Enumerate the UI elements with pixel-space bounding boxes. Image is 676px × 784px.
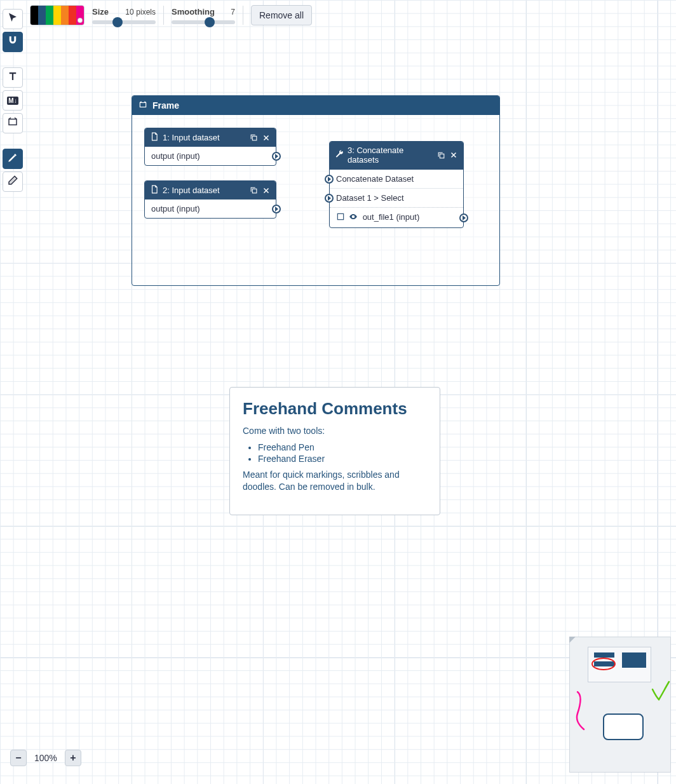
magnet-icon bbox=[7, 35, 18, 49]
node-1-output-label: output (input) bbox=[151, 151, 200, 161]
svg-rect-2 bbox=[252, 136, 257, 140]
swatch-orange[interactable] bbox=[61, 6, 69, 25]
input-port[interactable] bbox=[325, 175, 334, 184]
frame-icon bbox=[139, 100, 147, 111]
divider bbox=[163, 6, 164, 25]
duplicate-icon[interactable] bbox=[249, 186, 258, 195]
checkbox-icon[interactable] bbox=[336, 212, 345, 223]
swatch-red[interactable] bbox=[69, 6, 76, 25]
close-icon[interactable] bbox=[262, 186, 271, 195]
comment-list: Freehand Pen Freehand Eraser bbox=[258, 442, 427, 464]
node-1-title: 1: Input dataset bbox=[163, 133, 245, 142]
output-port[interactable] bbox=[459, 213, 468, 222]
minimap-strokes bbox=[570, 637, 676, 733]
comment-p1: Come with two tools: bbox=[243, 425, 427, 437]
comment-li1: Freehand Pen bbox=[258, 442, 427, 452]
node-3-row-3-label: out_file1 (input) bbox=[363, 212, 420, 222]
swatch-black[interactable] bbox=[30, 6, 38, 25]
swatch-blue[interactable] bbox=[38, 6, 46, 25]
pen-tool[interactable] bbox=[3, 149, 23, 169]
size-slider-thumb[interactable] bbox=[112, 17, 123, 27]
node-3-row-1-label: Concatenate Dataset bbox=[336, 174, 414, 184]
remove-all-button[interactable]: Remove all bbox=[251, 5, 312, 25]
magnet-tool[interactable] bbox=[3, 32, 23, 52]
size-control: Size 10 pixels bbox=[92, 7, 156, 24]
node-3-row-2-label: Dataset 1 > Select bbox=[336, 193, 404, 203]
close-icon[interactable] bbox=[262, 133, 271, 142]
pointer-icon bbox=[7, 12, 18, 26]
minimap[interactable] bbox=[569, 637, 671, 773]
swatch-green[interactable] bbox=[46, 6, 53, 25]
svg-rect-5 bbox=[337, 213, 343, 219]
eraser-icon bbox=[7, 175, 18, 189]
node-1-output-row[interactable]: output (input) bbox=[145, 147, 276, 165]
node-2-header[interactable]: 2: Input dataset bbox=[145, 181, 276, 199]
node-concatenate-datasets[interactable]: 3: Concatenate datasets Concatenate Data… bbox=[329, 141, 464, 228]
duplicate-icon[interactable] bbox=[249, 133, 258, 142]
smoothing-value: 7 bbox=[231, 8, 235, 17]
svg-rect-0 bbox=[9, 119, 17, 125]
file-icon bbox=[150, 132, 159, 143]
color-palette bbox=[30, 5, 84, 25]
eye-icon[interactable] bbox=[349, 212, 358, 223]
left-toolbar: M↓ bbox=[3, 9, 23, 192]
size-slider[interactable] bbox=[92, 20, 156, 24]
input-port[interactable] bbox=[325, 194, 334, 203]
frame-icon bbox=[7, 116, 18, 130]
node-input-dataset-2[interactable]: 2: Input dataset output (input) bbox=[144, 180, 276, 219]
output-port[interactable] bbox=[272, 205, 281, 213]
comment-p2: Meant for quick markings, scribbles and … bbox=[243, 469, 427, 493]
smoothing-control: Smoothing 7 bbox=[172, 7, 235, 24]
svg-point-6 bbox=[592, 658, 615, 670]
smoothing-slider-thumb[interactable] bbox=[205, 17, 215, 27]
size-unit: pixels bbox=[136, 8, 156, 17]
divider bbox=[243, 6, 243, 25]
frame-title: Frame bbox=[152, 100, 179, 111]
node-input-dataset-1[interactable]: 1: Input dataset output (input) bbox=[144, 128, 276, 166]
swatch-pink[interactable] bbox=[76, 6, 84, 25]
pointer-tool[interactable] bbox=[3, 9, 23, 29]
size-value: 10 bbox=[125, 8, 133, 17]
markdown-icon: M↓ bbox=[7, 97, 18, 105]
wrench-icon bbox=[335, 150, 344, 161]
zoom-in-button[interactable]: + bbox=[65, 750, 81, 766]
file-icon bbox=[150, 185, 159, 196]
svg-rect-3 bbox=[252, 189, 257, 193]
close-icon[interactable] bbox=[449, 151, 458, 159]
svg-rect-4 bbox=[440, 154, 444, 158]
node-3-row-outfile[interactable]: out_file1 (input) bbox=[330, 207, 463, 227]
node-3-row-select[interactable]: Dataset 1 > Select bbox=[330, 188, 463, 207]
zoom-value: 100% bbox=[34, 753, 57, 763]
freehand-comment-card[interactable]: Freehand Comments Come with two tools: F… bbox=[229, 387, 440, 515]
node-2-output-row[interactable]: output (input) bbox=[145, 199, 276, 218]
swatch-yellow[interactable] bbox=[53, 6, 61, 25]
size-label: Size bbox=[92, 7, 109, 17]
smoothing-label: Smoothing bbox=[172, 7, 215, 17]
node-3-row-concat[interactable]: Concatenate Dataset bbox=[330, 170, 463, 188]
frame-tool[interactable] bbox=[3, 113, 23, 133]
top-toolbar: Size 10 pixels Smoothing 7 Remove all bbox=[30, 5, 312, 25]
node-1-header[interactable]: 1: Input dataset bbox=[145, 128, 276, 147]
comment-li2: Freehand Eraser bbox=[258, 454, 427, 464]
node-2-title: 2: Input dataset bbox=[163, 186, 245, 195]
node-2-output-label: output (input) bbox=[151, 204, 200, 213]
node-3-title: 3: Concatenate datasets bbox=[348, 145, 433, 165]
eraser-tool[interactable] bbox=[3, 172, 23, 192]
frame-header[interactable]: Frame bbox=[132, 96, 499, 115]
node-3-header[interactable]: 3: Concatenate datasets bbox=[330, 142, 463, 170]
zoom-out-button[interactable]: − bbox=[10, 750, 27, 766]
markdown-tool[interactable]: M↓ bbox=[3, 90, 23, 111]
text-tool[interactable] bbox=[3, 67, 23, 88]
smoothing-slider[interactable] bbox=[172, 20, 235, 24]
comment-heading: Freehand Comments bbox=[243, 399, 427, 419]
svg-rect-1 bbox=[140, 102, 145, 107]
zoom-controls: − 100% + bbox=[10, 750, 81, 766]
output-port[interactable] bbox=[272, 152, 281, 161]
duplicate-icon[interactable] bbox=[436, 151, 445, 159]
text-icon bbox=[7, 71, 18, 84]
pen-icon bbox=[7, 152, 18, 166]
